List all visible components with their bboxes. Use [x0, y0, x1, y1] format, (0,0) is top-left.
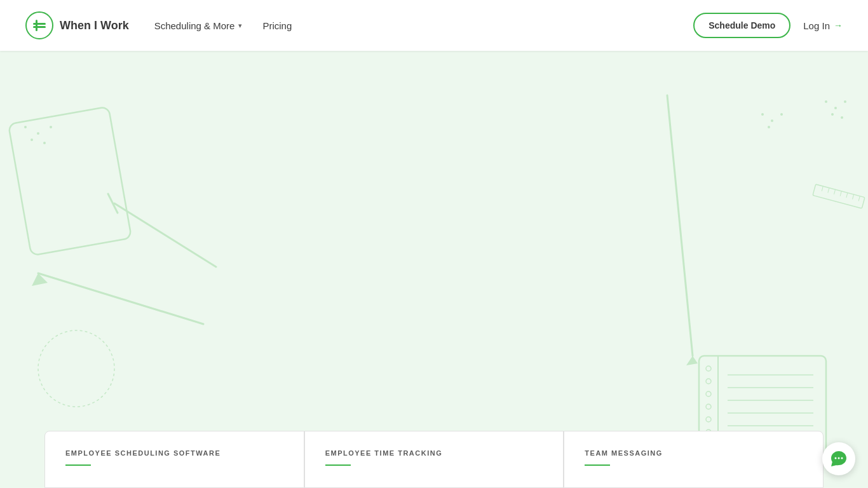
svg-line-7 — [38, 273, 203, 324]
svg-line-6 — [108, 194, 118, 213]
logo-text: When I Work — [60, 19, 129, 32]
svg-point-18 — [706, 379, 711, 384]
feature-cards-container: EMPLOYEE SCHEDULING SOFTWARE EMPLOYEE TI… — [0, 431, 868, 488]
svg-rect-2 — [33, 26, 46, 28]
feature-card-time-tracking[interactable]: EMPLOYEE TIME TRACKING — [304, 431, 564, 488]
feature-card-time-tracking-divider — [325, 464, 351, 466]
svg-rect-3 — [36, 20, 37, 31]
feature-card-time-tracking-title: EMPLOYEE TIME TRACKING — [325, 449, 543, 457]
feature-card-scheduling[interactable]: EMPLOYEE SCHEDULING SOFTWARE — [44, 431, 304, 488]
logo-icon — [25, 11, 53, 39]
svg-rect-1 — [33, 23, 46, 25]
nav-links: Scheduling & More ▾ Pricing — [154, 20, 292, 31]
svg-point-0 — [26, 12, 53, 39]
background-decorations — [0, 0, 868, 488]
svg-line-5 — [114, 203, 216, 267]
svg-point-33 — [844, 100, 846, 103]
svg-point-48 — [835, 458, 837, 459]
svg-point-14 — [43, 142, 46, 144]
svg-point-49 — [838, 458, 840, 459]
nav-right: Schedule Demo Log In → — [693, 13, 843, 38]
chat-bubble-button[interactable] — [822, 442, 855, 475]
chevron-down-icon: ▾ — [238, 22, 242, 30]
svg-point-10 — [24, 126, 27, 128]
svg-point-20 — [706, 404, 711, 409]
svg-point-37 — [771, 119, 773, 122]
svg-line-43 — [834, 189, 836, 194]
svg-point-21 — [706, 417, 711, 422]
feature-card-team-messaging-title: TEAM MESSAGING — [585, 449, 803, 457]
svg-point-38 — [780, 113, 783, 116]
svg-rect-40 — [813, 184, 865, 208]
svg-point-12 — [50, 126, 52, 128]
svg-point-36 — [761, 113, 764, 116]
feature-card-team-messaging-divider — [585, 464, 610, 466]
svg-point-31 — [825, 100, 827, 103]
svg-line-41 — [822, 186, 823, 191]
svg-point-19 — [706, 391, 711, 396]
feature-card-scheduling-title: EMPLOYEE SCHEDULING SOFTWARE — [65, 449, 283, 457]
svg-marker-8 — [32, 273, 48, 286]
svg-point-50 — [841, 458, 843, 459]
svg-point-32 — [834, 107, 837, 109]
logo-link[interactable]: When I Work — [25, 11, 129, 39]
arrow-right-icon: → — [834, 20, 843, 30]
svg-line-29 — [667, 95, 693, 356]
svg-line-47 — [858, 196, 860, 201]
feature-card-team-messaging[interactable]: TEAM MESSAGING — [564, 431, 824, 488]
main-nav: When I Work Scheduling & More ▾ Pricing … — [0, 0, 868, 51]
hero-bg-svg — [0, 0, 868, 488]
svg-point-13 — [31, 139, 33, 141]
svg-point-39 — [768, 126, 770, 128]
svg-point-11 — [37, 132, 39, 135]
svg-point-35 — [841, 116, 843, 119]
svg-line-45 — [846, 193, 848, 198]
svg-point-9 — [38, 330, 114, 407]
feature-card-scheduling-divider — [65, 464, 91, 466]
nav-scheduling-link[interactable]: Scheduling & More ▾ — [154, 20, 243, 31]
nav-pricing-link[interactable]: Pricing — [262, 20, 292, 31]
svg-point-34 — [831, 113, 834, 116]
login-button[interactable]: Log In → — [803, 20, 843, 31]
chat-icon — [829, 449, 848, 468]
svg-point-17 — [706, 366, 711, 371]
nav-left: When I Work Scheduling & More ▾ Pricing — [25, 11, 292, 39]
svg-line-42 — [828, 188, 829, 193]
svg-line-46 — [853, 194, 854, 200]
svg-line-44 — [840, 191, 841, 196]
schedule-demo-button[interactable]: Schedule Demo — [693, 13, 790, 38]
svg-rect-4 — [8, 107, 132, 256]
svg-marker-30 — [686, 356, 698, 365]
hero-section: EMPLOYEE SCHEDULING SOFTWARE EMPLOYEE TI… — [0, 0, 868, 488]
